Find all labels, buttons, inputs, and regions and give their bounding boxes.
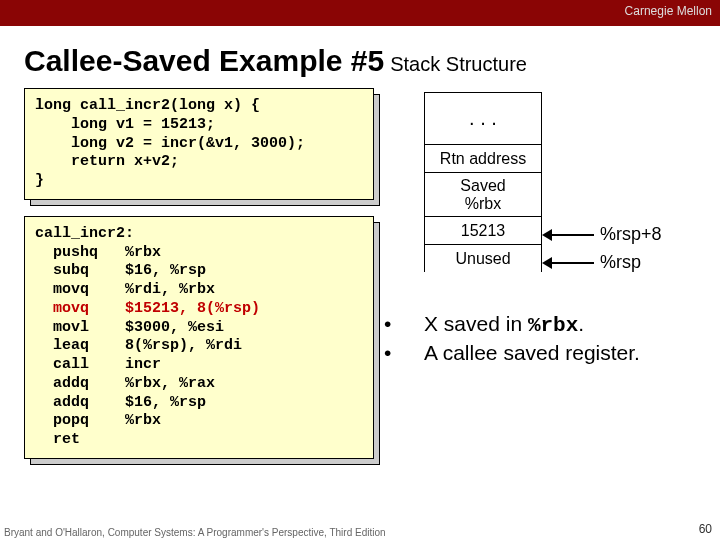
op: movl xyxy=(35,319,89,336)
stack-cell-value: 15213 xyxy=(424,216,542,244)
stack-cell-unused: Unused xyxy=(424,244,542,272)
bullet-mono: %rbx xyxy=(528,314,578,337)
asm-row-6: leaq 8(%rsp), %rdi xyxy=(35,337,363,356)
c-code: long call_incr2(long x) { long v1 = 1521… xyxy=(24,88,374,200)
bullet-text: . xyxy=(578,312,584,335)
args: %rdi, %rbx xyxy=(125,281,215,298)
args: $15213, 8(%rsp) xyxy=(125,300,260,317)
slide-subtitle: Stack Structure xyxy=(390,53,527,76)
bullet-2: •A callee saved register. xyxy=(404,341,706,365)
pointer-label: %rsp xyxy=(600,252,641,273)
pointer-rsp8: %rsp+8 xyxy=(542,224,662,245)
asm-code: call_incr2: pushq %rbx subq $16, %rsp mo… xyxy=(24,216,374,459)
slide-title: Callee-Saved Example #5 xyxy=(24,44,384,78)
c-line-5: } xyxy=(35,172,363,191)
asm-row-5: movl $3000, %esi xyxy=(35,319,363,338)
bullet-list: •X saved in %rbx. •A callee saved regist… xyxy=(400,312,706,365)
args: incr xyxy=(125,356,161,373)
pointer-rsp: %rsp xyxy=(542,252,641,273)
args: $3000, %esi xyxy=(125,319,224,336)
op: addq xyxy=(35,394,89,411)
asm-row-8: addq %rbx, %rax xyxy=(35,375,363,394)
page-number: 60 xyxy=(699,522,712,536)
c-line-2: long v1 = 15213; xyxy=(35,116,363,135)
arrow-icon xyxy=(542,229,552,241)
op: pushq xyxy=(35,244,98,261)
op: popq xyxy=(35,412,89,429)
op: leaq xyxy=(35,337,89,354)
stack-diagram: . . . Rtn address Saved %rbx 15213 Unuse… xyxy=(424,92,542,272)
args: %rbx xyxy=(125,244,161,261)
bullet-text: A callee saved register. xyxy=(424,341,640,364)
footer-text: Bryant and O'Hallaron, Computer Systems:… xyxy=(4,527,386,538)
op: ret xyxy=(35,431,80,448)
asm-row-9: addq $16, %rsp xyxy=(35,394,363,413)
asm-row-1: pushq %rbx xyxy=(35,244,363,263)
bullet-1: •X saved in %rbx. xyxy=(404,312,706,337)
left-column: long call_incr2(long x) { long v1 = 1521… xyxy=(24,88,374,475)
institution-label: Carnegie Mellon xyxy=(625,4,712,18)
c-line-3: long v2 = incr(&v1, 3000); xyxy=(35,135,363,154)
asm-row-2: subq $16, %rsp xyxy=(35,262,363,281)
asm-row-4: movq $15213, 8(%rsp) xyxy=(35,300,363,319)
pointer-label: %rsp+8 xyxy=(600,224,662,245)
topbar: Carnegie Mellon xyxy=(0,0,720,26)
c-code-box: long call_incr2(long x) { long v1 = 1521… xyxy=(24,88,374,200)
op: movq xyxy=(35,300,89,317)
pointer-line xyxy=(552,234,594,236)
stack-cell-dots: . . . xyxy=(424,92,542,144)
asm-row-7: call incr xyxy=(35,356,363,375)
stack-cell-saved: Saved %rbx xyxy=(424,172,542,216)
args: %rbx xyxy=(125,412,161,429)
bullet-text: X saved in xyxy=(424,312,528,335)
op: movq xyxy=(35,281,89,298)
asm-code-box: call_incr2: pushq %rbx subq $16, %rsp mo… xyxy=(24,216,374,459)
args: $16, %rsp xyxy=(125,262,206,279)
content: long call_incr2(long x) { long v1 = 1521… xyxy=(0,88,720,475)
title-row: Callee-Saved Example #5 Stack Structure xyxy=(0,26,720,88)
asm-label: call_incr2: xyxy=(35,225,363,244)
asm-row-3: movq %rdi, %rbx xyxy=(35,281,363,300)
right-column: . . . Rtn address Saved %rbx 15213 Unuse… xyxy=(400,88,706,475)
args: 8(%rsp), %rdi xyxy=(125,337,242,354)
op: subq xyxy=(35,262,89,279)
asm-row-11: ret xyxy=(35,431,363,450)
op: addq xyxy=(35,375,89,392)
stack-cell-rtn: Rtn address xyxy=(424,144,542,172)
arrow-icon xyxy=(542,257,552,269)
c-line-1: long call_incr2(long x) { xyxy=(35,97,363,116)
pointer-line xyxy=(552,262,594,264)
args: $16, %rsp xyxy=(125,394,206,411)
asm-row-10: popq %rbx xyxy=(35,412,363,431)
c-line-4: return x+v2; xyxy=(35,153,363,172)
op: call xyxy=(35,356,89,373)
args: %rbx, %rax xyxy=(125,375,215,392)
